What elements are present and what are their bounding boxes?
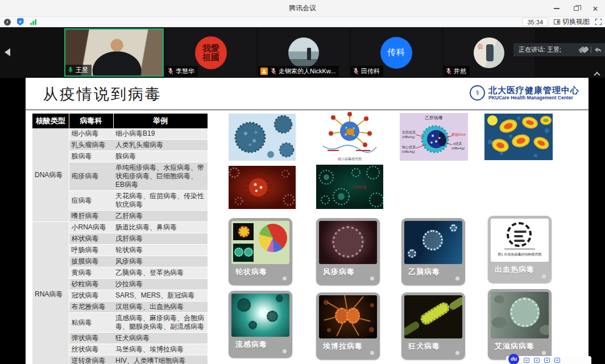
fullscreen-icon xyxy=(600,19,602,20)
switch-view-button[interactable]: 切换视图 xyxy=(554,17,590,27)
card-image xyxy=(404,295,462,338)
virus-family-cell: 弹状病毒 xyxy=(69,333,113,344)
speaking-text: 正在讲话: 王昱; xyxy=(519,45,561,54)
virus-family-cell: 布尼雅病毒 xyxy=(69,302,113,313)
virus-card-rotavirus: 轮状病毒 xyxy=(229,218,292,285)
figure-poxvirus-micrograph xyxy=(484,114,553,160)
meeting-info-button[interactable]: i xyxy=(3,18,11,26)
ime-tool-icon[interactable] xyxy=(534,358,540,363)
card-label: 风疹病毒 xyxy=(323,267,355,277)
figure-eb-virus: EB病毒 xyxy=(316,165,383,209)
nucleic-type-cell: RNA病毒 xyxy=(32,222,69,364)
video-thumbnail-lihuihua[interactable]: 我愛祖國 李慧华 xyxy=(165,28,256,77)
ime-tool-icon[interactable] xyxy=(524,358,529,363)
virus-examples-cell: HIV、人类嗜T细胞病毒 xyxy=(113,355,208,364)
virus-family-cell: 细小病毒 xyxy=(69,128,113,140)
photo-avatar: 会 xyxy=(474,37,504,68)
scroll-left-arrow[interactable] xyxy=(5,48,10,56)
layout-icon xyxy=(554,19,560,24)
logo-text-cn: 北大医疗健康管理中心 xyxy=(488,86,579,95)
minimize-button[interactable] xyxy=(547,0,566,17)
video-thumbnail-nick[interactable]: 走钢索的人NickKw... xyxy=(258,28,349,77)
collapse-strip-chevron[interactable] xyxy=(594,71,599,76)
virus-card-influenza: 流感病毒 xyxy=(229,291,292,358)
ime-tool-icon[interactable] xyxy=(554,358,560,363)
lake-avatar xyxy=(288,37,319,68)
figure-caption: 细小病毒模式图 xyxy=(316,157,383,162)
window-title: 腾讯会议 xyxy=(289,3,316,13)
mic-muted-icon xyxy=(168,68,173,75)
card-image xyxy=(491,292,549,338)
svg-text:表面抗原: 表面抗原 xyxy=(401,130,416,135)
virus-examples-cell: 单纯疱疹病毒、水痘病毒、带状疱疹病毒、巨细胞病毒、EB病毒 xyxy=(113,162,208,191)
mic-on-icon xyxy=(68,66,73,74)
security-button[interactable]: + xyxy=(16,18,24,26)
virus-table: 核酸类型 病毒科 举例 DNA病毒细小病毒细小病毒B19乳头瘤病毒人类乳头瘤病毒… xyxy=(32,114,208,364)
pku-logo-icon: ⚕ xyxy=(470,85,485,101)
svg-text:e抗原: e抗原 xyxy=(453,141,462,146)
thumbnails: 王昱 我愛祖國 李慧华 xyxy=(64,28,534,77)
back-arrow-icon[interactable] xyxy=(594,47,602,53)
participant-nametag: 走钢索的人NickKw... xyxy=(258,66,339,77)
virus-family-cell: 腺病毒 xyxy=(69,151,113,162)
virus-family-cell: 冠状病毒 xyxy=(69,290,113,302)
nucleic-type-cell: DNA病毒 xyxy=(32,128,69,222)
initials-avatar: 传科 xyxy=(380,37,412,69)
figure-virus-red xyxy=(229,166,296,209)
virus-family-cell: 粘病毒 xyxy=(69,313,113,333)
virus-card-jev: 乙脑病毒 xyxy=(401,218,465,285)
participant-name: 走钢索的人NickKw... xyxy=(279,67,335,76)
virus-family-cell: 黄病毒 xyxy=(69,267,113,279)
meeting-logo-icon xyxy=(579,47,588,52)
figure-hbv-diagram: 乙肝病毒 表面抗原 (HBsAg) 核心抗原 (HBcAg) 双链DNA e抗原… xyxy=(400,113,468,161)
virus-examples-cell: SARS、MERS、新冠病毒 xyxy=(113,290,208,302)
restore-icon xyxy=(574,6,579,11)
virus-family-cell: 丝状病毒 xyxy=(69,344,113,355)
participant-name: 王昱 xyxy=(76,66,88,74)
slide-title: 从疫情说到病毒 xyxy=(43,84,162,104)
tencent-meeting-window: 腾讯会议 ✕ i + 35:34 切换视图 xyxy=(0,0,605,364)
card-image: 图1 出血热病毒的结构模式图 xyxy=(491,219,549,262)
title-rule xyxy=(26,109,589,111)
virus-table-body: DNA病毒细小病毒细小病毒B19乳头瘤病毒人类乳头瘤病毒腺病毒腺病毒疱疹病毒单纯… xyxy=(32,128,208,364)
table-row: RNA病毒小RNA病毒肠道比病毒、鼻病毒 xyxy=(32,222,208,233)
svg-text:(HBeAg): (HBeAg) xyxy=(451,147,465,150)
col-header-family: 病毒科 xyxy=(69,114,113,128)
figure-parvovirus-blue xyxy=(229,114,296,161)
window-titlebar: 腾讯会议 ✕ xyxy=(0,0,605,17)
svg-text:(HBsAg): (HBsAg) xyxy=(402,135,415,139)
virus-card-rabies: 狂犬病毒 xyxy=(401,292,465,359)
participant-name: 田传科 xyxy=(361,67,380,76)
switch-view-label: 切换视图 xyxy=(562,17,590,27)
presentation-slide: 从疫情说到病毒 ⚕ 北大医疗健康管理中心 PKUCare Health Mana… xyxy=(26,78,589,364)
ime-tool-icon[interactable] xyxy=(544,358,550,363)
restore-button[interactable] xyxy=(566,0,586,17)
virus-card-ebola: 埃博拉病毒 xyxy=(316,292,380,359)
participant-nametag: 王昱 xyxy=(65,65,92,76)
close-button[interactable]: ✕ xyxy=(586,0,605,17)
video-thumbnail-wangyu[interactable]: 王昱 xyxy=(64,28,164,77)
virus-family-cell: 疱疹病毒 xyxy=(69,162,113,191)
network-status-button[interactable] xyxy=(30,18,37,26)
virus-card-rubella: 风疹病毒 xyxy=(316,218,380,285)
card-label: 流感病毒 xyxy=(235,340,267,350)
meeting-timer: 35:34 xyxy=(522,18,548,26)
virus-family-cell: 嗜肝病毒 xyxy=(69,211,113,222)
shield-icon: + xyxy=(17,18,24,26)
fullscreen-button[interactable] xyxy=(595,19,602,25)
virus-family-cell: 小RNA病毒 xyxy=(69,222,113,233)
ime-toolbar[interactable]: du xyxy=(506,356,591,364)
baidu-ime-logo-icon[interactable]: du xyxy=(508,354,519,364)
virus-card-hiv: 艾滋病病毒 xyxy=(488,289,552,359)
virus-examples-cell: 腺病毒 xyxy=(113,151,208,162)
close-icon: ✕ xyxy=(592,5,599,12)
virus-examples-cell: 马堡病毒、埃博拉病毒 xyxy=(113,344,208,355)
participant-nametag: 井然 xyxy=(444,66,470,77)
card-image xyxy=(231,294,289,337)
col-header-examples: 举例 xyxy=(113,114,208,128)
video-thumbnail-tianchuanke[interactable]: 传科 田传科 xyxy=(351,28,442,77)
virus-examples-cell: 乙肝病毒 xyxy=(113,211,208,222)
minimize-icon xyxy=(554,8,560,9)
card-label: 出血热病毒 xyxy=(495,265,534,275)
virus-family-cell: 逆转录病毒 xyxy=(69,355,113,364)
